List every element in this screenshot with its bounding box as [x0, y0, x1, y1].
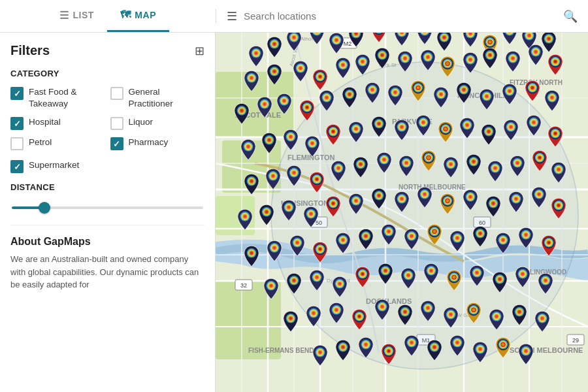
- map-pin[interactable]: [550, 162, 567, 183]
- map-pin[interactable]: [547, 126, 564, 147]
- map-pin[interactable]: [286, 33, 302, 51]
- map-pin[interactable]: [437, 122, 454, 142]
- map-pin[interactable]: [540, 235, 557, 256]
- map-pin[interactable]: [544, 90, 561, 111]
- search-icon[interactable]: 🔍: [563, 9, 578, 24]
- map-pin[interactable]: [495, 337, 512, 358]
- map-pin[interactable]: [352, 157, 369, 178]
- filter-adjust-icon[interactable]: ⊞: [195, 44, 204, 58]
- map-pin[interactable]: [517, 227, 534, 248]
- map-pin[interactable]: [550, 198, 567, 219]
- map-pin[interactable]: [308, 172, 325, 193]
- checkbox-hospital[interactable]: [10, 117, 24, 130]
- checkbox-supermarket[interactable]: [10, 160, 24, 173]
- map-pin[interactable]: [325, 196, 342, 217]
- map-pin[interactable]: [465, 154, 482, 175]
- map-pin[interactable]: [335, 57, 351, 78]
- map-pin[interactable]: [308, 33, 325, 44]
- map-pin[interactable]: [351, 309, 368, 330]
- map-pin[interactable]: [318, 90, 335, 111]
- map-pin[interactable]: [398, 155, 415, 176]
- map-pin[interactable]: [455, 82, 472, 103]
- map-pin[interactable]: [374, 299, 391, 320]
- category-gp[interactable]: General Practitioner: [110, 86, 205, 110]
- map-pin[interactable]: [459, 118, 476, 139]
- map-pin[interactable]: [446, 270, 463, 291]
- map-pin[interactable]: [330, 161, 347, 182]
- category-petrol[interactable]: Petrol: [10, 137, 105, 150]
- map-pin[interactable]: [462, 52, 479, 73]
- checkbox-petrol[interactable]: [10, 137, 24, 150]
- map-pin[interactable]: [517, 344, 534, 365]
- map-pin[interactable]: [325, 124, 342, 145]
- category-pharmacy[interactable]: Pharmacy: [110, 137, 205, 150]
- map-pin[interactable]: [426, 224, 443, 245]
- map-pin[interactable]: [531, 150, 548, 171]
- map-pin[interactable]: [348, 122, 365, 142]
- map-pin[interactable]: [423, 263, 440, 284]
- map-pin[interactable]: [527, 44, 544, 65]
- map-pin[interactable]: [491, 272, 508, 293]
- map-pin[interactable]: [292, 61, 309, 82]
- checkbox-gp[interactable]: [110, 87, 123, 100]
- map-pin[interactable]: [449, 335, 466, 356]
- map-pin[interactable]: [380, 344, 397, 365]
- map-pin[interactable]: [480, 124, 497, 145]
- map-pin[interactable]: [266, 64, 283, 85]
- map-pin[interactable]: [387, 85, 404, 106]
- map-pin[interactable]: [436, 33, 453, 51]
- map-pin[interactable]: [370, 33, 387, 42]
- map-pin[interactable]: [289, 235, 306, 256]
- map-pin[interactable]: [393, 33, 410, 46]
- map-pin[interactable]: [357, 229, 374, 250]
- map-pin[interactable]: [377, 263, 394, 284]
- map-pin[interactable]: [465, 302, 482, 323]
- map-pin[interactable]: [304, 136, 321, 157]
- map-pin[interactable]: [403, 335, 420, 356]
- map-pin[interactable]: [243, 246, 260, 267]
- category-liquor[interactable]: Liquor: [110, 116, 205, 130]
- checkbox-liquor[interactable]: [110, 117, 123, 130]
- map-pin[interactable]: [462, 189, 479, 210]
- map-pin[interactable]: [258, 204, 275, 225]
- checkbox-fast-food[interactable]: [10, 87, 24, 100]
- map-pin[interactable]: [482, 48, 498, 69]
- map-pin[interactable]: [442, 157, 459, 178]
- map-pin[interactable]: [341, 87, 358, 108]
- map-pin[interactable]: [280, 200, 297, 221]
- map-pin[interactable]: [265, 169, 282, 189]
- map-pin[interactable]: [305, 306, 322, 327]
- map-pin[interactable]: [282, 129, 299, 150]
- map-pin[interactable]: [462, 33, 479, 47]
- map-pin[interactable]: [266, 240, 283, 261]
- map-pin[interactable]: [370, 116, 387, 137]
- map-pin[interactable]: [504, 51, 521, 72]
- map-pin[interactable]: [403, 229, 420, 250]
- map-pin[interactable]: [397, 51, 414, 72]
- category-fast-food[interactable]: Fast Food & Takeaway: [10, 86, 105, 110]
- map-pin[interactable]: [312, 345, 329, 366]
- map-pin[interactable]: [442, 307, 459, 328]
- map-pin[interactable]: [472, 226, 489, 247]
- map-pin[interactable]: [256, 97, 273, 118]
- map-pin[interactable]: [439, 56, 456, 77]
- map-pin[interactable]: [468, 265, 485, 286]
- map-pin[interactable]: [376, 152, 393, 173]
- map-pin[interactable]: [364, 82, 381, 103]
- map-pin[interactable]: [485, 196, 502, 217]
- map-pin[interactable]: [531, 187, 547, 208]
- map-pin[interactable]: [508, 191, 525, 212]
- category-hospital[interactable]: Hospital: [10, 116, 105, 130]
- map-pin[interactable]: [282, 311, 299, 332]
- map-pin[interactable]: [348, 193, 365, 214]
- map-pin[interactable]: [380, 224, 397, 245]
- map-pin[interactable]: [335, 233, 351, 253]
- map-pin[interactable]: [487, 161, 504, 182]
- map-pin[interactable]: [348, 33, 365, 47]
- map-pin[interactable]: [374, 48, 391, 69]
- map-pin[interactable]: [393, 120, 410, 140]
- map-pin[interactable]: [302, 206, 319, 227]
- map-pin[interactable]: [420, 150, 437, 171]
- map-pin[interactable]: [416, 33, 433, 44]
- map-pin[interactable]: [509, 155, 526, 176]
